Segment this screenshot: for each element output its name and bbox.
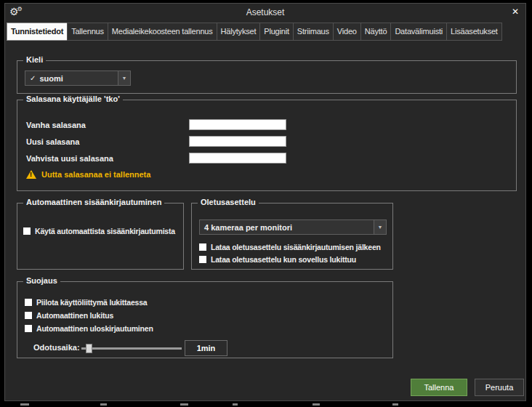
- load-layout-after-login-label: Lataa oletusasettelu sisäänkirjautumisen…: [211, 243, 381, 251]
- warning-icon: [26, 170, 36, 179]
- automatic-lock-checkbox[interactable]: Automaattinen lukitus: [25, 311, 113, 320]
- auto-login-group-title: Automaattinen sisäänkirjautuminen: [23, 198, 164, 206]
- default-layout-dropdown[interactable]: 4 kameraa per monitori ▼: [199, 219, 387, 235]
- automatic-logout-label: Automaattinen uloskirjautuminen: [36, 324, 153, 333]
- wait-time-slider-thumb[interactable]: [86, 344, 92, 353]
- language-selected-label: suomi: [39, 74, 63, 83]
- checkbox-box: [199, 256, 206, 263]
- tab-tunnistetiedot[interactable]: Tunnistetiedot: [7, 23, 68, 41]
- auto-login-checkbox-label: Käytä automaattista sisäänkirjautumista: [35, 227, 175, 235]
- desktop-artifact: [313, 403, 320, 406]
- load-layout-on-lock-checkbox[interactable]: Lataa oletusasettelu kun sovellus lukitt…: [199, 255, 356, 264]
- wait-time-label: Odotusaika:: [33, 343, 80, 352]
- old-password-label: Vanha salasana: [26, 121, 86, 129]
- warning-text: Uutta salasanaa ei tallenneta: [41, 170, 150, 179]
- settings-gear-icon: ⚙⚙: [9, 5, 23, 18]
- automatic-lock-label: Automaattinen lukitus: [36, 311, 113, 320]
- tab-medialeikekoosteen-tallennus[interactable]: Medialeikekoosteen tallennus: [108, 23, 217, 41]
- language-group-title: Kieli: [23, 55, 46, 64]
- language-dropdown-value: ✓ suomi: [25, 71, 118, 85]
- wait-time-slider[interactable]: [81, 347, 182, 350]
- desktop-artifact: [233, 403, 238, 406]
- confirm-password-input[interactable]: [189, 153, 286, 164]
- save-button[interactable]: Tallenna: [411, 379, 467, 396]
- chevron-down-icon[interactable]: ▼: [374, 220, 386, 234]
- automatic-logout-checkbox[interactable]: Automaattinen uloskirjautuminen: [25, 324, 153, 333]
- password-group-title: Salasana käyttäjälle 'tko': [23, 94, 123, 103]
- language-dropdown[interactable]: ✓ suomi ▼: [25, 70, 131, 86]
- default-layout-selected-label: 4 kameraa per monitori: [204, 223, 292, 232]
- tab-datavalimuisti[interactable]: Datavälimuisti: [390, 23, 447, 41]
- desktop-artifact: [20, 403, 29, 406]
- check-icon: ✓: [30, 74, 36, 82]
- load-layout-on-lock-label: Lataa oletusasettelu kun sovellus lukitt…: [211, 255, 356, 264]
- hide-ui-when-locked-label: Piilota käyttöliittymä lukittaessa: [36, 298, 148, 307]
- tab-striimaus[interactable]: Striimaus: [293, 23, 334, 41]
- title-bar: ⚙⚙ Asetukset ✕: [5, 4, 525, 21]
- tab-tallennus[interactable]: Tallennus: [67, 23, 108, 41]
- protection-group: Suojaus Piilota käyttöliittymä lukittaes…: [17, 281, 393, 358]
- load-layout-after-login-checkbox[interactable]: Lataa oletusasettelu sisäänkirjautumisen…: [199, 243, 381, 251]
- gear-small-icon: ⚙: [17, 6, 23, 12]
- default-layout-group-title: Oletusasettelu: [198, 198, 259, 206]
- dialog-title: Asetukset: [246, 7, 285, 17]
- protection-group-title: Suojaus: [23, 276, 60, 285]
- checkbox-box: [199, 243, 206, 251]
- checkbox-box: [25, 325, 32, 332]
- desktop-artifact: [180, 403, 188, 406]
- auto-login-group: Automaattinen sisäänkirjautuminen Käytä …: [17, 203, 184, 270]
- desktop-artifact: [100, 403, 107, 406]
- new-password-input[interactable]: [189, 136, 286, 147]
- tab-naytto[interactable]: Näyttö: [360, 23, 392, 41]
- hide-ui-when-locked-checkbox[interactable]: Piilota käyttöliittymä lukittaessa: [25, 298, 148, 307]
- auto-login-checkbox[interactable]: Käytä automaattista sisäänkirjautumista: [23, 227, 175, 235]
- wait-time-value[interactable]: 1min: [185, 340, 227, 356]
- default-layout-group: Oletusasettelu 4 kameraa per monitori ▼ …: [191, 203, 393, 270]
- tab-pluginit[interactable]: Pluginit: [259, 23, 293, 41]
- confirm-password-label: Vahvista uusi salasana: [26, 154, 113, 163]
- tab-video[interactable]: Video: [333, 23, 361, 41]
- checkbox-box: [25, 299, 32, 306]
- cancel-button[interactable]: Peruuta: [475, 379, 524, 396]
- settings-dialog: ⚙⚙ Asetukset ✕ Tunnistetiedot Tallennus …: [4, 3, 526, 401]
- desktop-artifact: [392, 403, 398, 406]
- password-warning: Uutta salasanaa ei tallenneta: [26, 170, 150, 179]
- checkbox-box: [23, 227, 31, 235]
- default-layout-dropdown-value: 4 kameraa per monitori: [200, 220, 374, 234]
- chevron-down-icon[interactable]: ▼: [118, 71, 130, 85]
- tab-lisaasetukset[interactable]: Lisäasetukset: [446, 23, 502, 41]
- old-password-input[interactable]: [189, 119, 286, 130]
- language-group: Kieli ✓ suomi ▼: [17, 60, 517, 94]
- password-group: Salasana käyttäjälle 'tko' Vanha salasan…: [17, 100, 517, 191]
- tab-halytykset[interactable]: Hälytykset: [217, 23, 261, 41]
- tab-bar: Tunnistetiedot Tallennus Medialeikekoost…: [7, 23, 524, 41]
- desktop-background: ⚙⚙ Asetukset ✕ Tunnistetiedot Tallennus …: [0, 0, 532, 407]
- checkbox-box: [25, 312, 32, 319]
- new-password-label: Uusi salasana: [26, 137, 79, 146]
- close-icon[interactable]: ✕: [512, 7, 519, 17]
